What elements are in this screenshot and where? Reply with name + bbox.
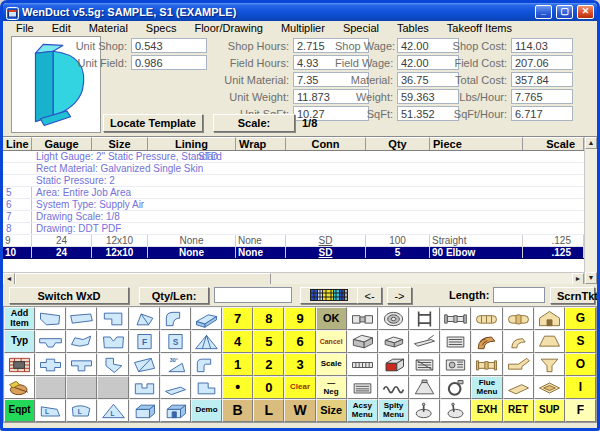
- acsy-menu-button[interactable]: AcsyMenu: [347, 399, 378, 422]
- shop-cost-field[interactable]: [511, 38, 573, 53]
- duct-wedge-l-icon[interactable]: L: [35, 399, 66, 422]
- box-grille-icon[interactable]: [409, 353, 440, 376]
- key-w[interactable]: W: [284, 399, 315, 422]
- slot-diffuser-icon[interactable]: [347, 353, 378, 376]
- duct-flat-gore-icon[interactable]: [129, 353, 160, 376]
- flanged-pipe-icon[interactable]: [440, 307, 471, 330]
- duct-tee-icon[interactable]: [66, 353, 97, 376]
- reducer-cone-icon[interactable]: [534, 330, 565, 353]
- duct-square-elbow-icon[interactable]: [191, 353, 222, 376]
- key-g[interactable]: G: [565, 307, 596, 330]
- duct-flat-icon[interactable]: [160, 376, 191, 399]
- duct-curved-l-icon[interactable]: L: [66, 399, 97, 422]
- duct-cross-icon[interactable]: [35, 353, 66, 376]
- duct-u-notch-icon[interactable]: [129, 376, 160, 399]
- ceiling-diffuser-icon[interactable]: [534, 376, 565, 399]
- register-grille-icon[interactable]: [440, 330, 471, 353]
- fitting-f-icon[interactable]: F: [129, 330, 160, 353]
- square-diffuser-icon[interactable]: [347, 330, 378, 353]
- demo-button[interactable]: Demo: [191, 399, 222, 422]
- saw-tool-icon[interactable]: [4, 376, 35, 399]
- qty-len-button[interactable]: Qty/Len:: [139, 287, 209, 304]
- damper-2-icon[interactable]: [440, 399, 471, 422]
- triangle-gore-icon[interactable]: [191, 330, 222, 353]
- spiral-coupling-icon[interactable]: [503, 307, 534, 330]
- lbs-hour-field[interactable]: [511, 89, 573, 104]
- damper-blade-icon[interactable]: [409, 330, 440, 353]
- key-scale[interactable]: Scale: [316, 353, 347, 376]
- key-0[interactable]: 0: [253, 376, 284, 399]
- spec-row[interactable]: Rect Material: Galvanized Single Skin: [3, 163, 584, 175]
- prev-item-button[interactable]: <-: [357, 287, 382, 304]
- scroll-down-icon[interactable]: ▼: [585, 272, 597, 284]
- key-3[interactable]: 3: [284, 353, 315, 376]
- duct-tee-wing-icon[interactable]: [35, 330, 66, 353]
- switch-wxd-button[interactable]: Switch WxD: [9, 287, 129, 304]
- unit-shop-field[interactable]: [131, 38, 207, 53]
- key-7[interactable]: 7: [222, 307, 253, 330]
- menu-multiplier[interactable]: Multiplier: [272, 22, 334, 34]
- duct-30-degree-icon[interactable]: 30°: [160, 353, 191, 376]
- key-9[interactable]: 9: [284, 307, 315, 330]
- key-o[interactable]: O: [565, 353, 596, 376]
- flat-wedge-icon[interactable]: [503, 376, 534, 399]
- wall-opening-icon[interactable]: [4, 353, 35, 376]
- key-f[interactable]: F: [565, 399, 596, 422]
- key-1[interactable]: 1: [222, 353, 253, 376]
- duct-bend-icon[interactable]: [97, 353, 128, 376]
- key-b[interactable]: B: [222, 399, 253, 422]
- round-diffuser-icon[interactable]: [378, 307, 409, 330]
- key-size[interactable]: Size: [316, 399, 347, 422]
- menu-material[interactable]: Material: [80, 22, 137, 34]
- scroll-up-icon[interactable]: ▲: [585, 137, 597, 149]
- roof-cap-icon[interactable]: [534, 307, 565, 330]
- key-6[interactable]: 6: [284, 330, 315, 353]
- duct-l-block-icon[interactable]: [191, 376, 222, 399]
- eqpt-button[interactable]: Eqpt: [4, 399, 35, 422]
- key-s[interactable]: S: [565, 330, 596, 353]
- length-input[interactable]: [493, 287, 545, 303]
- menu-floor-drawing[interactable]: Floor/Drawing: [185, 22, 271, 34]
- menu-specs[interactable]: Specs: [137, 22, 186, 34]
- duct-transition-icon[interactable]: [35, 307, 66, 330]
- scale-button[interactable]: Scale:: [213, 114, 295, 132]
- key-neg[interactable]: —Neg: [316, 376, 347, 399]
- key-l[interactable]: L: [253, 399, 284, 422]
- coupling-icon[interactable]: [347, 307, 378, 330]
- sqft-field[interactable]: [397, 106, 459, 121]
- flue-menu-button[interactable]: FlueMenu: [471, 376, 502, 399]
- duct-straight-3d-icon[interactable]: [191, 307, 222, 330]
- spiral-pipe-icon[interactable]: [471, 307, 502, 330]
- sqft-hour-field[interactable]: [511, 106, 573, 121]
- minimize-button[interactable]: _: [535, 5, 552, 19]
- key-decimal[interactable]: •: [222, 376, 253, 399]
- field-wage-field[interactable]: [397, 55, 459, 70]
- square-diffuser-2-icon[interactable]: [378, 330, 409, 353]
- spiral-elbow-2-icon[interactable]: [503, 330, 534, 353]
- table-row-selected[interactable]: 102412x10NoneNoneSD590 Elbow.125: [3, 247, 584, 259]
- wye-branch-icon[interactable]: [503, 353, 534, 376]
- duct-gore-icon[interactable]: [129, 307, 160, 330]
- key-i[interactable]: I: [565, 376, 596, 399]
- material-field[interactable]: [397, 72, 459, 87]
- duct-notched-icon[interactable]: [97, 330, 128, 353]
- duct-straight-icon[interactable]: [66, 307, 97, 330]
- spec-row[interactable]: 8Drawing: DDT PDF: [3, 223, 584, 235]
- flex-duct-icon[interactable]: [378, 376, 409, 399]
- menu-tables[interactable]: Tables: [388, 22, 438, 34]
- spec-row[interactable]: 6System Type: Supply Air: [3, 199, 584, 211]
- weight-field[interactable]: [397, 89, 459, 104]
- menu-special[interactable]: Special: [334, 22, 388, 34]
- spec-row[interactable]: Light Gauge: 2" Static Pressure, Standar…: [3, 151, 584, 163]
- spec-row[interactable]: 7Drawing Scale: 1/8: [3, 211, 584, 223]
- maximize-button[interactable]: ▢: [556, 5, 573, 19]
- splty-menu-button[interactable]: SpltyMenu: [378, 399, 409, 422]
- close-button[interactable]: ✕: [577, 5, 594, 19]
- menu-file[interactable]: File: [7, 22, 43, 34]
- field-cost-field[interactable]: [511, 55, 573, 70]
- qty-len-input[interactable]: [214, 287, 292, 303]
- duct-round-elbow-icon[interactable]: [160, 307, 191, 330]
- spec-row[interactable]: Static Pressure: 2: [3, 175, 584, 187]
- table-row[interactable]: 92412x10NoneNoneSD100Straight.125: [3, 235, 584, 247]
- lined-duct-icon[interactable]: [378, 353, 409, 376]
